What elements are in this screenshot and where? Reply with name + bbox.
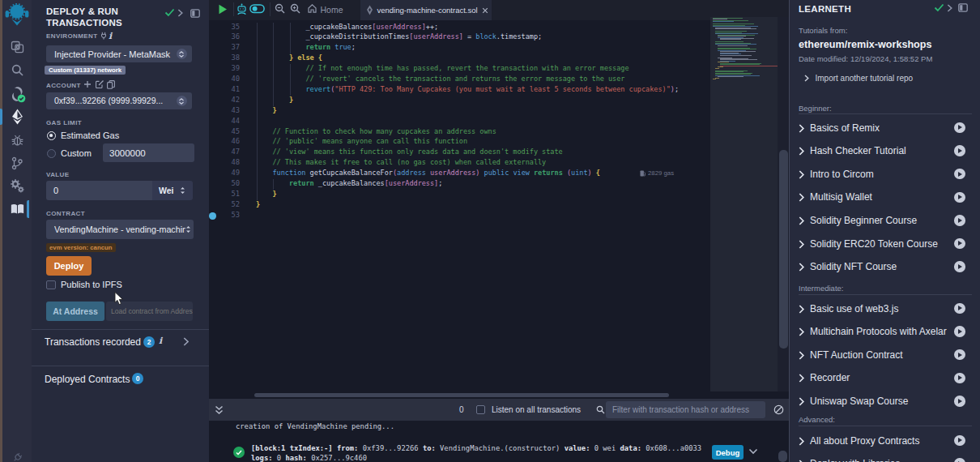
zoom-in-icon[interactable] [290,3,300,15]
solidity-compiler-icon[interactable] [2,83,32,105]
divider [32,366,209,366]
play-tutorial-icon[interactable] [954,122,965,134]
scrollbar-thumb[interactable] [779,150,788,349]
tutorial-item[interactable]: Solidity ERC20 Token Course [799,234,972,253]
tutorial-item[interactable]: Basics of Remix [799,118,972,137]
evm-version-badge: evm version: cancun [46,243,116,252]
minimap-line [718,76,744,77]
panel-expand-icon[interactable] [177,9,183,17]
tutorial-item-label: Intro to Circom [810,169,874,180]
play-tutorial-icon[interactable] [954,303,965,314]
transactions-expand-icon[interactable] [183,337,189,346]
tutorial-item[interactable]: Solidity Beginner Course [799,211,972,229]
transactions-info-icon[interactable]: i [159,336,162,346]
line-number: 44 [209,117,240,125]
tutorial-item[interactable]: Multisig Wallet [799,188,972,207]
play-tutorial-icon[interactable] [954,215,965,226]
tutorial-item[interactable]: NFT Auction Contract [799,345,972,364]
play-tutorial-icon[interactable] [954,349,965,361]
plugin-manager-icon[interactable] [2,174,32,197]
plugin-connect-icon[interactable] [2,446,32,462]
expand-terminal-icon[interactable] [215,405,224,415]
panel-layout-icon[interactable] [190,9,200,18]
remix-ai-icon[interactable] [236,3,247,15]
code-token: // Function to check how many cupcakes a… [272,127,496,135]
tutorial-item[interactable]: Intro to Circom [799,165,972,183]
search-icon[interactable] [2,58,32,81]
code-editor[interactable]: _cupcakeBalances[userAddress]++; _cupcak… [209,20,789,391]
home-icon[interactable] [307,3,317,14]
tutorial-item[interactable]: Multichain Protocols with Axelar [799,323,972,341]
tx-log-segment: logs: [251,454,272,462]
play-tutorial-icon[interactable] [954,169,965,180]
code-token [256,169,272,177]
add-account-icon[interactable] [83,80,92,88]
tx-log-line1[interactable]: [block:1 txIndex:-] from: 0xf39...92266 … [251,444,705,452]
run-script-icon[interactable] [218,4,228,15]
value-unit-select[interactable]: Wei [152,181,193,200]
terminal-filter-input[interactable] [606,401,765,418]
editor-vertical-scrollbar[interactable] [778,17,789,391]
tutorial-item[interactable]: Uniswap Swap Course [799,391,972,410]
contract-select[interactable]: VendingMachine - vending-machin [46,220,194,239]
edit-account-icon[interactable] [96,80,104,88]
plug-icon[interactable] [100,32,108,40]
tutorial-item[interactable]: All about Proxy Contracts [799,431,972,450]
git-icon[interactable] [2,152,32,174]
minimap[interactable] [710,17,778,391]
import-repo-button[interactable]: Import another tutorial repo [816,74,914,83]
custom-gas-input[interactable]: 3000000 [103,143,194,162]
tx-log-segment: hash: [285,454,306,462]
tx-log-line2[interactable]: logs: 0 hash: 0x257...9c460 [251,454,367,462]
value-unit-caret-icon [180,186,185,195]
copy-account-icon[interactable] [107,80,115,89]
tutorial-item[interactable]: Deploy with Libraries [799,455,972,462]
account-select[interactable]: 0xf39...92266 (9999.99929... [46,92,192,110]
remix-logo-icon[interactable] [2,2,32,25]
tutorial-item[interactable]: Solidity NFT Course [799,258,972,276]
debug-button[interactable]: Debug [712,445,744,460]
tx-collapse-icon[interactable] [748,448,758,455]
editor-horizontal-scrollbar[interactable] [254,393,669,398]
play-tutorial-icon[interactable] [954,435,965,447]
line-number: 51 [209,190,240,198]
environment-select[interactable]: Injected Provider - MetaMask [46,45,192,62]
zoom-out-icon[interactable] [275,3,285,15]
environment-info-icon[interactable]: i [109,31,112,41]
play-tutorial-icon[interactable] [954,373,965,384]
deploy-button[interactable]: Deploy [46,256,92,276]
play-tutorial-icon[interactable] [954,326,965,337]
tutorial-item[interactable]: Hash Checker Tutorial [799,142,972,160]
learneth-expand-icon[interactable] [947,4,952,12]
tab-close-icon[interactable] [482,7,488,14]
code-token [256,75,305,83]
tutorial-item[interactable]: Basic use of web3.js [799,299,972,318]
custom-gas-radio[interactable] [47,149,56,158]
play-tutorial-icon[interactable] [954,261,965,272]
estimated-gas-radio[interactable] [47,131,56,140]
debugger-icon[interactable] [2,129,32,152]
date-modified: Date modified: 12/19/2024, 1:58:52 PM [799,54,932,63]
play-tutorial-icon[interactable] [954,458,965,462]
tutorial-item-label: Deploy with Libraries [810,458,900,462]
value-input[interactable]: 0 [46,181,152,200]
stop-listen-icon[interactable] [773,404,784,415]
play-tutorial-icon[interactable] [954,396,965,407]
play-tutorial-icon[interactable] [954,145,965,156]
learneth-check-icon [934,3,944,12]
listen-checkbox[interactable] [476,405,485,414]
at-address-button[interactable]: At Address [46,302,104,321]
code-token: ; [352,43,356,51]
file-explorer-icon[interactable] [2,36,32,58]
publish-ipfs-checkbox[interactable] [46,280,56,290]
minimap-line [713,21,734,22]
editor-tab[interactable]: vending-machine-contract.sol [360,0,492,20]
ai-copilot-toggle[interactable] [249,4,265,14]
play-tutorial-icon[interactable] [954,238,965,250]
terminal-scrollbar-thumb[interactable] [778,451,787,462]
tutorial-item[interactable]: Recorder [799,369,972,387]
deploy-run-icon[interactable] [2,105,32,128]
play-tutorial-icon[interactable] [954,192,965,203]
learneth-layout-icon[interactable] [958,3,968,12]
home-tab-label[interactable]: Home [321,5,343,15]
